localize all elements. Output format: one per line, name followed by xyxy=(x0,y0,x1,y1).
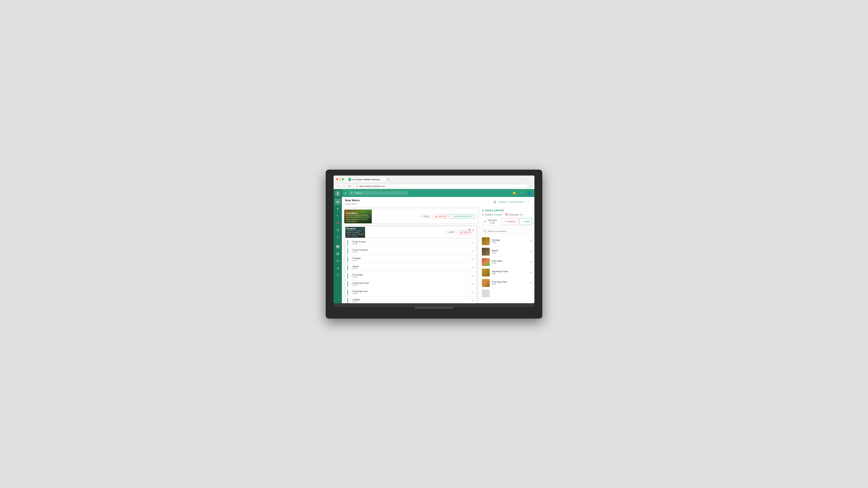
sidebar-item-menu[interactable]: ▤ xyxy=(335,199,341,205)
sidebar-item-print[interactable]: 🖨 xyxy=(335,265,341,271)
browser-nav: ← → ↻ 🔒 https://www.wi-QDash.com ⋮ xyxy=(334,184,534,189)
drag-handle-icon[interactable]: ✥ xyxy=(471,283,474,286)
product-result-info: Muesli £470 xyxy=(492,249,528,254)
drag-handle-icon[interactable]: ✥ xyxy=(471,274,474,278)
add-product-icon[interactable]: ✥ xyxy=(529,260,532,264)
sidebar-logo[interactable]: ❯ xyxy=(335,191,340,196)
product-color-indicator xyxy=(347,240,348,246)
close-button[interactable] xyxy=(336,178,338,180)
add-product-icon[interactable]: ✥ xyxy=(529,250,532,254)
search-bar[interactable]: 🔍 xyxy=(348,191,408,195)
sidebar-item-info[interactable]: ℹ xyxy=(335,272,341,278)
product-chevron-icon[interactable]: ∨ xyxy=(349,258,351,260)
collapse-section-icon[interactable]: ∧ xyxy=(472,228,474,231)
product-chevron-icon[interactable]: ∨ xyxy=(349,299,351,302)
edit-icon: ✎ xyxy=(422,215,424,218)
sidebar-item-stats[interactable]: 📊 xyxy=(335,243,341,250)
history-log-button[interactable]: ↺ HISTORY LOG xyxy=(482,218,501,225)
drag-handle-icon[interactable]: ✥ xyxy=(471,241,474,245)
product-chevron-icon[interactable]: ∨ xyxy=(349,266,351,269)
product-chevron-icon[interactable]: ∨ xyxy=(349,250,351,252)
top-bar: ❯ 🔍 🔔 🛒 👤 xyxy=(342,189,534,197)
product-chevron-icon[interactable]: ∨ xyxy=(349,283,351,285)
sidebar-item-list[interactable]: ☰ xyxy=(335,227,341,233)
notifications-icon[interactable]: 🔔 xyxy=(512,190,517,196)
product-color-indicator xyxy=(347,257,348,262)
sidebar-item-edit[interactable]: ✎ xyxy=(335,213,341,219)
page-header-actions: 🏠 / Products / Create Product ⋮ xyxy=(493,199,531,204)
product-result-image xyxy=(482,289,490,297)
browser-chrome: W wi-Q Dash | Mobile Ordering ✕ + xyxy=(334,175,534,184)
food-menu-edit-button[interactable]: ✎ EDIT xyxy=(420,214,431,219)
drag-handle-icon[interactable]: ✥ xyxy=(471,299,474,302)
save-icon: ✓ xyxy=(522,220,523,223)
sidebar-item-upload[interactable]: ⬆ xyxy=(335,234,341,240)
add-products-button[interactable]: + ADD PRODUCTS xyxy=(451,214,474,219)
product-info: Fried Egg Toast £5.80 xyxy=(352,290,470,295)
product-price: £2.50 xyxy=(352,284,470,286)
page-title-group: New Menu Create Menu xyxy=(345,199,360,205)
drag-handle-icon[interactable]: ✥ xyxy=(471,291,474,294)
breadcrumb-products[interactable]: Products xyxy=(499,201,507,203)
refresh-button[interactable]: ↻ xyxy=(348,184,352,188)
forward-button[interactable]: → xyxy=(342,184,346,188)
user-icon[interactable]: 👤 xyxy=(527,190,532,196)
tab-bar: W wi-Q Dash | Mobile Ordering ✕ + xyxy=(346,177,532,182)
product-color-indicator xyxy=(347,282,348,287)
product-result-item: Sourdough Toast £250 ✥ xyxy=(479,267,534,278)
section-edit-button[interactable]: ✎ EDIT xyxy=(445,230,457,234)
product-chevron-icon[interactable]: ∨ xyxy=(349,291,351,293)
save-update-icon: ↺ xyxy=(482,209,484,212)
more-options-button[interactable]: ⋮ xyxy=(525,199,531,204)
product-list: ∨ Fresh Scones £2.20 ✥ ∨ xyxy=(345,239,476,303)
product-result-image xyxy=(482,258,490,266)
product-chevron-icon[interactable]: ∨ xyxy=(349,241,351,244)
maximize-button[interactable] xyxy=(342,178,344,180)
right-panel-actions: ↺ HISTORY LOG ✕ CANCEL ✓ SAVE xyxy=(482,218,532,225)
product-price: £4.20 xyxy=(352,259,470,262)
drag-handle-icon[interactable]: ✥ xyxy=(471,266,474,269)
product-info: Fruit Salad £5.20 xyxy=(352,273,470,278)
expand-icon[interactable]: ❯ xyxy=(344,191,347,195)
save-button[interactable]: ✓ SAVE xyxy=(520,218,532,225)
tab-favicon: W xyxy=(348,178,351,181)
cancel-icon: ✕ xyxy=(504,220,506,223)
product-color-indicator xyxy=(347,265,348,270)
right-panel-meta: 👁 Visibility: Enabled 📅 Scheduled: No xyxy=(482,214,532,216)
sidebar-item-media[interactable]: 🖼 xyxy=(335,251,341,257)
product-search-input-area: 🔍 xyxy=(479,227,534,235)
drag-handle-icon[interactable]: ✥ xyxy=(471,258,474,261)
save-update-button[interactable]: ↺ SAVE & UPDATE xyxy=(482,209,532,212)
sidebar-item-download[interactable]: ⬇ xyxy=(335,206,341,212)
section-desc: A selection of cereals, pastries and fre… xyxy=(347,230,364,237)
browser-menu-icon[interactable]: ⋮ xyxy=(529,184,532,188)
product-search-field[interactable] xyxy=(482,229,532,234)
sidebar-item-settings[interactable]: ⚙ xyxy=(335,258,341,264)
active-tab[interactable]: W wi-Q Dash | Mobile Ordering ✕ xyxy=(346,177,386,182)
product-chevron-icon[interactable]: ∨ xyxy=(349,275,351,277)
sidebar-item-broadcast[interactable]: 📣 xyxy=(335,220,341,226)
drag-handle-icon[interactable]: ✥ xyxy=(471,250,474,253)
url-bar[interactable]: 🔒 https://www.wi-QDash.com xyxy=(353,184,527,188)
product-result-name: Fried Egg Toast xyxy=(492,281,528,283)
back-button[interactable]: ← xyxy=(336,184,340,188)
tab-close-icon[interactable]: ✕ xyxy=(381,178,383,181)
cart-icon[interactable]: 🛒 xyxy=(519,190,525,196)
app-layout: ❯ ▤ ⬇ ✎ 📣 ☰ ⬆ 📊 🖼 ⚙ 🖨 ℹ ❯ xyxy=(334,189,534,303)
traffic-lights xyxy=(336,178,344,180)
new-tab-button[interactable]: + xyxy=(387,177,389,181)
product-result-item: Fruit Salad £520 ✥ xyxy=(479,257,534,267)
search-input[interactable] xyxy=(355,192,406,194)
food-menu-delete-button[interactable]: 🗑 DELETE xyxy=(433,214,449,219)
add-product-icon[interactable]: ✥ xyxy=(529,270,532,274)
drag-section-icon[interactable]: ✥ xyxy=(468,228,471,231)
minimize-button[interactable] xyxy=(339,178,341,180)
section-delete-icon: 🗑 xyxy=(460,231,462,233)
visibility-value: Enabled xyxy=(494,214,502,216)
page-title: New Menu xyxy=(345,199,360,202)
cancel-button[interactable]: ✕ CANCEL xyxy=(502,218,518,225)
add-product-icon[interactable]: ✥ xyxy=(529,239,532,243)
page-header: New Menu Create Menu 🏠 / Products / Crea… xyxy=(342,197,534,207)
url-text: https://www.wi-QDash.com xyxy=(359,185,385,187)
add-product-icon[interactable]: ✥ xyxy=(529,281,532,285)
